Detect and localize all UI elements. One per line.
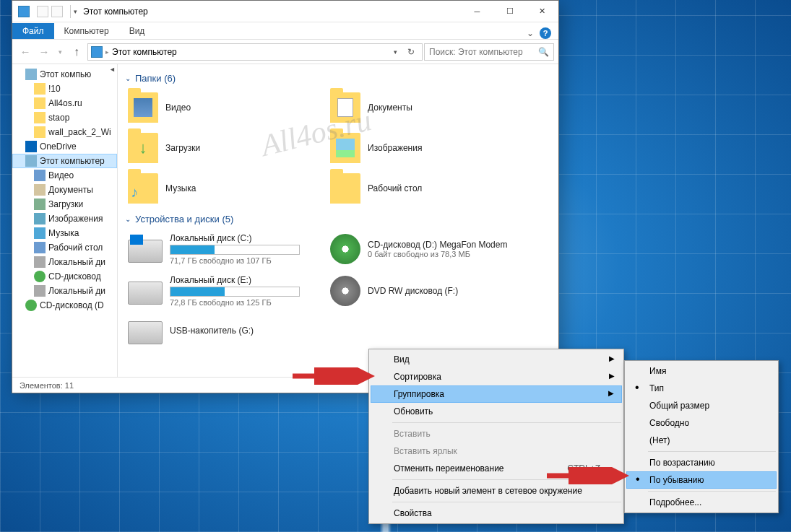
folder-item[interactable]: Изображения: [327, 130, 530, 166]
menu-item[interactable]: Имя: [626, 362, 777, 380]
tree-item[interactable]: Этот компью: [12, 67, 117, 82]
minimize-button[interactable]: ─: [461, 1, 493, 22]
ribbon-collapse-icon[interactable]: ⌄: [527, 28, 534, 38]
tree-item[interactable]: Локальный ди: [12, 255, 117, 269]
refresh-button[interactable]: ↻: [403, 47, 419, 57]
tree-item[interactable]: CD-дисковод: [12, 269, 117, 284]
help-icon[interactable]: ?: [540, 27, 551, 39]
pc-icon: [25, 69, 37, 80]
tree-item[interactable]: Рабочий стол: [12, 240, 117, 255]
menu-item[interactable]: •По убыванию: [626, 471, 777, 489]
tree-item[interactable]: Документы: [12, 183, 117, 197]
navigation-tree[interactable]: Этот компью!10All4os.rustaopwall_pack_2_…: [12, 64, 118, 377]
tree-item[interactable]: Изображения: [12, 212, 117, 226]
search-icon[interactable]: 🔍: [538, 47, 549, 57]
tree-item-label: Музыка: [48, 228, 79, 238]
menu-item-label: Свободно: [649, 418, 689, 428]
menu-item[interactable]: По возрастанию: [626, 454, 777, 471]
back-button[interactable]: ←: [17, 43, 34, 61]
address-icon: [91, 46, 103, 58]
menu-item-label: Общий размер: [649, 401, 709, 411]
ribbon-tab-file[interactable]: Файл: [12, 23, 54, 39]
menu-item[interactable]: Добавить новый элемент в сетевое окружен…: [371, 482, 622, 500]
tree-item[interactable]: staop: [12, 110, 117, 125]
menu-item-label: Отменить переименование: [394, 463, 504, 474]
content-pane[interactable]: ⌄ Папки (6) ВидеоДокументыЗагрузкиИзобра…: [118, 64, 558, 377]
menu-item[interactable]: •Тип: [626, 380, 777, 397]
folder-icon: [128, 92, 158, 123]
menu-item[interactable]: Сортировка▶: [371, 368, 622, 385]
menu-item[interactable]: Общий размер: [626, 397, 777, 414]
menu-item-label: Вид: [394, 354, 410, 365]
maximize-button[interactable]: ☐: [493, 1, 526, 22]
item-label: DVD RW дисковод (F:): [368, 286, 527, 296]
bullet-icon: •: [636, 475, 640, 484]
group-header-folders[interactable]: ⌄ Папки (6): [125, 73, 551, 84]
tree-item[interactable]: !10: [12, 82, 117, 96]
recent-locations-button[interactable]: ▾: [54, 43, 66, 61]
folder-icon: [128, 173, 158, 204]
dvd-icon: [330, 276, 360, 306]
folder-item[interactable]: Рабочий стол: [327, 170, 530, 206]
tree-item-label: All4os.ru: [48, 98, 82, 108]
fld-icon: [34, 97, 46, 109]
drive-item[interactable]: CD-дисковод (D:) MegaFon Modem0 байт сво…: [327, 230, 530, 268]
tree-item[interactable]: Загрузки: [12, 197, 117, 212]
close-button[interactable]: ✕: [526, 1, 558, 22]
tree-item[interactable]: CD-дисковод (D: [12, 298, 117, 313]
up-button[interactable]: ↑: [67, 43, 86, 61]
hd-icon: [34, 285, 46, 297]
menu-item: Вставить ярлык: [371, 442, 622, 460]
ribbon-tabs: Файл Компьютер Вид ⌄ ?: [12, 22, 558, 40]
bullet-icon: •: [635, 383, 639, 392]
tree-item[interactable]: Музыка: [12, 226, 117, 240]
qat-properties-icon[interactable]: [37, 6, 48, 17]
search-box[interactable]: Поиск: Этот компьютер 🔍: [424, 43, 554, 61]
tree-item[interactable]: Этот компьютер: [12, 154, 117, 168]
fld-icon: [34, 126, 46, 138]
titlebar[interactable]: ▾ Этот компьютер ─ ☐ ✕: [12, 1, 558, 22]
tree-item-label: Этот компьютер: [40, 156, 105, 166]
drive-item[interactable]: USB-накопитель (G:): [125, 314, 327, 347]
menu-item[interactable]: (Нет): [626, 432, 777, 449]
menu-item[interactable]: Свободно: [626, 414, 777, 432]
tree-item[interactable]: wall_pack_2_Wi: [12, 125, 117, 139]
vid-icon: [34, 170, 46, 181]
ribbon-tab-view[interactable]: Вид: [119, 23, 155, 39]
menu-separator: [392, 422, 621, 423]
tree-item[interactable]: OneDrive: [12, 139, 117, 154]
menu-item[interactable]: Свойства: [371, 505, 622, 522]
context-submenu[interactable]: Имя•ТипОбщий размерСвободно(Нет)По возра…: [624, 360, 779, 513]
menu-item[interactable]: Подробнее...: [626, 494, 777, 511]
address-bar[interactable]: ▸ Этот компьютер ▾ ↻: [87, 43, 423, 61]
qat-newfolder-icon[interactable]: [51, 6, 63, 17]
menu-item[interactable]: Обновить: [371, 403, 622, 420]
group-header-drives[interactable]: ⌄ Устройства и диски (5): [125, 214, 551, 224]
tree-item[interactable]: All4os.ru: [12, 96, 117, 110]
context-menu[interactable]: Вид▶Сортировка▶Группировка▶ОбновитьВстав…: [368, 349, 624, 524]
folder-item[interactable]: Видео: [125, 90, 327, 126]
drive-item[interactable]: Локальный диск (E:)72,8 ГБ свободно из 1…: [125, 272, 327, 310]
qat-dropdown[interactable]: ▾: [74, 8, 77, 15]
drive-icon: [128, 240, 163, 263]
menu-item[interactable]: Вид▶: [371, 351, 622, 368]
forward-button[interactable]: →: [35, 43, 53, 61]
ribbon-tab-computer[interactable]: Компьютер: [54, 23, 119, 39]
drive-item[interactable]: Локальный диск (C:)71,7 ГБ свободно из 1…: [125, 230, 327, 268]
folder-item[interactable]: Документы: [327, 90, 530, 126]
submenu-arrow-icon: ▶: [608, 389, 614, 397]
item-subtext: 72,8 ГБ свободно из 125 ГБ: [170, 298, 324, 307]
menu-item[interactable]: Отменить переименованиеCTRL+Z: [371, 460, 622, 477]
menu-item[interactable]: Группировка▶: [371, 385, 622, 403]
item-label: Изображения: [368, 143, 527, 153]
item-label: Документы: [368, 103, 527, 113]
folder-item[interactable]: Загрузки: [125, 130, 327, 166]
tree-item[interactable]: Локальный ди: [12, 284, 117, 298]
breadcrumb-item[interactable]: Этот компьютер: [112, 47, 177, 57]
folder-item[interactable]: Музыка: [125, 170, 327, 206]
drive-item[interactable]: DVD RW дисковод (F:): [327, 272, 530, 310]
collapse-tree-icon[interactable]: ◄: [109, 66, 116, 73]
doc-icon: [34, 184, 46, 196]
tree-item[interactable]: Видео: [12, 168, 117, 183]
address-dropdown-icon[interactable]: ▾: [391, 48, 400, 56]
